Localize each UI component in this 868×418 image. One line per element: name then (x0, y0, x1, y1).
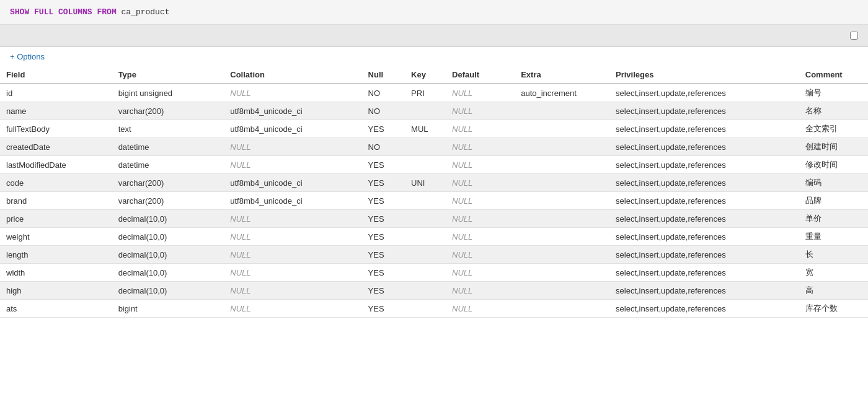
cell-type: decimal(10,0) (112, 264, 224, 282)
col-header-default: Default (446, 66, 515, 84)
col-header-type: Type (112, 66, 224, 84)
table-body: id bigint unsigned NULL NO PRI NULL auto… (0, 84, 868, 318)
cell-field: ats (0, 300, 112, 318)
table-row: name varchar(200) utf8mb4_unicode_ci NO … (0, 102, 868, 120)
cell-collation: NULL (224, 246, 361, 264)
col-header-collation: Collation (224, 66, 361, 84)
table-row: brand varchar(200) utf8mb4_unicode_ci YE… (0, 192, 868, 210)
table-row: lastModifiedDate datetime NULL YES NULL … (0, 156, 868, 174)
cell-default: NULL (446, 210, 515, 228)
cell-key (405, 300, 446, 318)
columns-table: Field Type Collation Null Key Default Ex… (0, 66, 868, 318)
cell-default: NULL (446, 174, 515, 192)
cell-default: NULL (446, 120, 515, 138)
cell-privileges: select,insert,update,references (609, 282, 799, 300)
row-checkbox[interactable] (850, 32, 858, 40)
table-name: ca_product (122, 7, 170, 17)
cell-null: YES (362, 210, 405, 228)
table-row: id bigint unsigned NULL NO PRI NULL auto… (0, 84, 868, 102)
cell-field: lastModifiedDate (0, 156, 112, 174)
cell-default: NULL (446, 282, 515, 300)
cell-key: UNI (405, 174, 446, 192)
table-row: fullTextBody text utf8mb4_unicode_ci YES… (0, 120, 868, 138)
cell-extra (515, 210, 609, 228)
cell-field: width (0, 264, 112, 282)
cell-null: YES (362, 282, 405, 300)
cell-comment: 修改时间 (799, 156, 868, 174)
cell-extra (515, 138, 609, 156)
checkbox-wrap (850, 32, 858, 40)
table-row: length decimal(10,0) NULL YES NULL selec… (0, 246, 868, 264)
cell-collation: NULL (224, 264, 361, 282)
cell-extra (515, 300, 609, 318)
cell-key: PRI (405, 84, 446, 102)
cell-collation: NULL (224, 228, 361, 246)
cell-null: YES (362, 192, 405, 210)
cell-field: fullTextBody (0, 120, 112, 138)
table-header-row: Field Type Collation Null Key Default Ex… (0, 66, 868, 84)
toolbar-row (0, 25, 868, 47)
cell-comment: 全文索引 (799, 120, 868, 138)
cell-default: NULL (446, 228, 515, 246)
cell-field: brand (0, 192, 112, 210)
cell-key (405, 138, 446, 156)
cell-type: datetime (112, 156, 224, 174)
cell-privileges: select,insert,update,references (609, 156, 799, 174)
keyword-columns: COLUMNS (58, 7, 92, 17)
cell-default: NULL (446, 138, 515, 156)
cell-privileges: select,insert,update,references (609, 138, 799, 156)
cell-collation: utf8mb4_unicode_ci (224, 174, 361, 192)
cell-type: decimal(10,0) (112, 246, 224, 264)
cell-type: varchar(200) (112, 192, 224, 210)
cell-type: varchar(200) (112, 102, 224, 120)
cell-extra (515, 246, 609, 264)
cell-field: weight (0, 228, 112, 246)
cell-privileges: select,insert,update,references (609, 300, 799, 318)
cell-key (405, 156, 446, 174)
cell-key (405, 228, 446, 246)
cell-default: NULL (446, 300, 515, 318)
cell-default: NULL (446, 102, 515, 120)
cell-extra (515, 264, 609, 282)
cell-comment: 创建时间 (799, 138, 868, 156)
cell-default: NULL (446, 156, 515, 174)
options-link[interactable]: + Options (0, 47, 868, 66)
cell-privileges: select,insert,update,references (609, 192, 799, 210)
cell-field: high (0, 282, 112, 300)
cell-comment: 单价 (799, 210, 868, 228)
cell-type: decimal(10,0) (112, 228, 224, 246)
table-row: width decimal(10,0) NULL YES NULL select… (0, 264, 868, 282)
cell-field: code (0, 174, 112, 192)
cell-null: YES (362, 174, 405, 192)
cell-comment: 库存个数 (799, 300, 868, 318)
cell-comment: 长 (799, 246, 868, 264)
col-header-extra: Extra (515, 66, 609, 84)
cell-comment: 宽 (799, 264, 868, 282)
cell-default: NULL (446, 192, 515, 210)
keyword-show: SHOW (10, 7, 29, 17)
cell-default: NULL (446, 246, 515, 264)
cell-null: YES (362, 264, 405, 282)
cell-default: NULL (446, 264, 515, 282)
cell-comment: 重量 (799, 228, 868, 246)
cell-key (405, 246, 446, 264)
cell-comment: 名称 (799, 102, 868, 120)
cell-type: bigint unsigned (112, 84, 224, 102)
cell-type: decimal(10,0) (112, 282, 224, 300)
cell-default: NULL (446, 84, 515, 102)
cell-key (405, 192, 446, 210)
keyword-full: FULL (34, 7, 53, 17)
cell-comment: 高 (799, 282, 868, 300)
cell-collation: NULL (224, 138, 361, 156)
cell-privileges: select,insert,update,references (609, 84, 799, 102)
cell-comment: 品牌 (799, 192, 868, 210)
query-bar: SHOW FULL COLUMNS FROM ca_product (0, 0, 868, 25)
cell-null: NO (362, 102, 405, 120)
cell-extra (515, 102, 609, 120)
cell-collation: utf8mb4_unicode_ci (224, 192, 361, 210)
cell-extra (515, 282, 609, 300)
cell-extra (515, 192, 609, 210)
table-row: weight decimal(10,0) NULL YES NULL selec… (0, 228, 868, 246)
cell-field: name (0, 102, 112, 120)
cell-collation: NULL (224, 156, 361, 174)
